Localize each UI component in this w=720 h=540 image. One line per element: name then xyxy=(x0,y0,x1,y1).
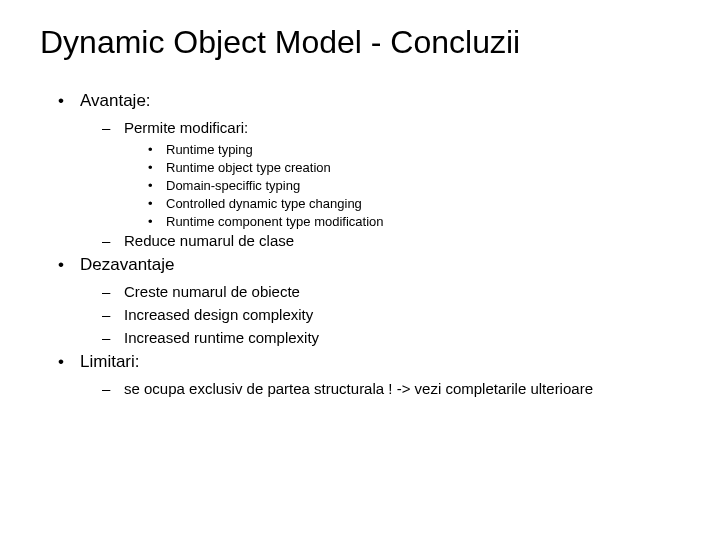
dash-icon: – xyxy=(102,119,124,136)
list-item-label: Creste numarul de obiecte xyxy=(124,283,300,300)
dash-icon: – xyxy=(102,306,124,323)
slide-title: Dynamic Object Model - Concluzii xyxy=(40,24,680,61)
list-item-label: Limitari: xyxy=(80,352,140,371)
list-item: –Increased runtime complexity xyxy=(40,329,680,346)
bullet-icon: • xyxy=(148,196,166,211)
list-item: •Dezavantaje xyxy=(40,255,680,275)
list-item: –Creste numarul de obiecte xyxy=(40,283,680,300)
dash-icon: – xyxy=(102,232,124,249)
dash-icon: – xyxy=(102,380,124,397)
bullet-icon: • xyxy=(148,160,166,175)
slide: Dynamic Object Model - Concluzii •Avanta… xyxy=(0,0,720,540)
dash-icon: – xyxy=(102,329,124,346)
list-item-label: se ocupa exclusiv de partea structurala … xyxy=(124,380,593,397)
section-avantaje: •Avantaje: –Permite modificari: •Runtime… xyxy=(40,91,680,249)
bullet-icon: • xyxy=(58,91,80,111)
dash-icon: – xyxy=(102,283,124,300)
list-item: –se ocupa exclusiv de partea structurala… xyxy=(40,380,680,397)
section-limitari: •Limitari: –se ocupa exclusiv de partea … xyxy=(40,352,680,397)
list-item-label: Reduce numarul de clase xyxy=(124,232,294,249)
list-item-label: Runtime typing xyxy=(166,142,253,157)
list-item-label: Increased design complexity xyxy=(124,306,313,323)
list-item: •Runtime component type modification xyxy=(40,214,680,229)
list-item: •Controlled dynamic type changing xyxy=(40,196,680,211)
list-item: •Avantaje: xyxy=(40,91,680,111)
list-item-label: Runtime object type creation xyxy=(166,160,331,175)
list-item: •Limitari: xyxy=(40,352,680,372)
bullet-icon: • xyxy=(148,142,166,157)
section-dezavantaje: •Dezavantaje –Creste numarul de obiecte … xyxy=(40,255,680,346)
list-item: •Runtime typing xyxy=(40,142,680,157)
list-item: –Reduce numarul de clase xyxy=(40,232,680,249)
list-item-label: Increased runtime complexity xyxy=(124,329,319,346)
list-item-label: Controlled dynamic type changing xyxy=(166,196,362,211)
list-item: •Domain-speciffic typing xyxy=(40,178,680,193)
bullet-icon: • xyxy=(58,352,80,372)
bullet-icon: • xyxy=(148,178,166,193)
list-item: –Increased design complexity xyxy=(40,306,680,323)
list-item-label: Dezavantaje xyxy=(80,255,175,274)
list-item: –Permite modificari: xyxy=(40,119,680,136)
list-item-label: Runtime component type modification xyxy=(166,214,384,229)
list-item-label: Permite modificari: xyxy=(124,119,248,136)
list-item: •Runtime object type creation xyxy=(40,160,680,175)
bullet-icon: • xyxy=(58,255,80,275)
bullet-icon: • xyxy=(148,214,166,229)
list-item-label: Domain-speciffic typing xyxy=(166,178,300,193)
list-item-label: Avantaje: xyxy=(80,91,151,110)
